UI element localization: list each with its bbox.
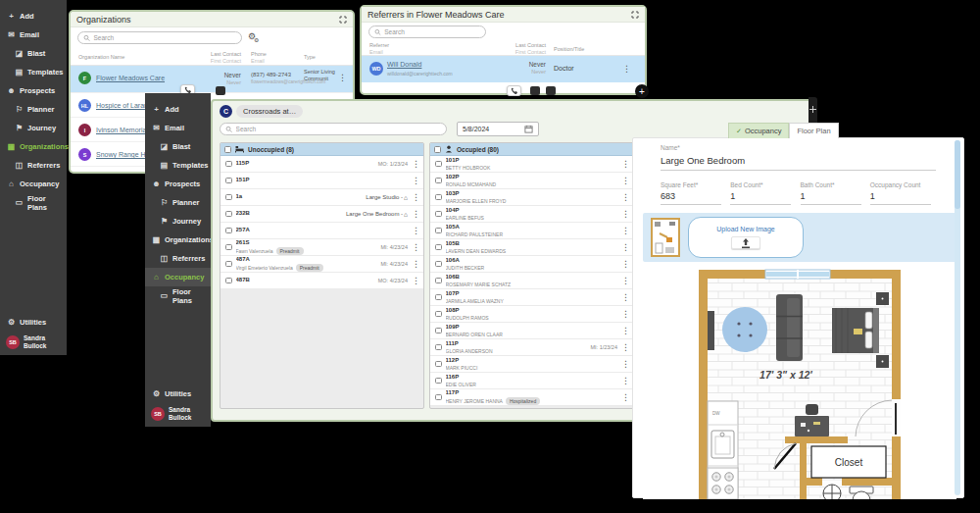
sidebar-item[interactable]: ⚐ Planner (145, 193, 211, 212)
kebab-icon[interactable]: ⋮ (412, 260, 420, 269)
sidebar-item[interactable]: + Add (0, 7, 67, 26)
community-selector-chip[interactable]: Crossroads at… (236, 105, 303, 118)
expand-icon[interactable] (339, 16, 347, 24)
floorplan-thumbnail[interactable] (651, 218, 680, 257)
row-checkbox[interactable] (435, 278, 442, 284)
row-checkbox[interactable] (225, 261, 232, 268)
unit-row[interactable]: 261S Fawn Valenzuela Preadmit MI: 4/23/2… (220, 239, 423, 256)
unit-row[interactable]: 232B Large One Bedroom -⌂ ⋮ (220, 206, 423, 223)
sidebar-item[interactable]: ▤ Templates (0, 63, 67, 81)
row-checkbox[interactable] (435, 211, 442, 218)
referrer-row[interactable]: WD Will Donald willdonald@carerighttech.… (362, 56, 645, 82)
note-action-button[interactable] (546, 86, 556, 95)
unit-row[interactable]: 257A ⌂ ⋮ (220, 223, 423, 239)
row-checkbox[interactable] (435, 194, 442, 201)
unit-row[interactable]: 111P GLORIA ANDERSON MI: 1/23/24 ⋮ (430, 339, 633, 356)
message-action-button[interactable] (530, 86, 540, 95)
row-checkbox[interactable] (435, 361, 442, 368)
sidebar-item[interactable]: ▦ Organizations (145, 231, 211, 249)
row-checkbox[interactable] (225, 228, 232, 234)
panel-scrollbar[interactable] (955, 140, 960, 495)
unit-row[interactable]: 487A Virgil Emeterio Valenzuela Preadmit… (220, 256, 423, 273)
row-checkbox[interactable] (435, 394, 442, 401)
kebab-icon[interactable]: ⋮ (621, 243, 630, 252)
message-action-button[interactable] (216, 86, 225, 95)
row-checkbox[interactable] (435, 261, 442, 268)
kebab-icon[interactable]: ⋮ (621, 377, 630, 385)
plan-field[interactable]: Occupancy Count 1 (870, 181, 940, 205)
row-checkbox[interactable] (435, 228, 442, 234)
sidebar-item[interactable]: ◫ Referrers (145, 249, 211, 268)
row-checkbox[interactable] (435, 244, 442, 251)
sidebar-item[interactable]: ✉ Email (145, 119, 211, 137)
kebab-icon[interactable]: ⋮ (621, 310, 630, 319)
unit-row[interactable]: 106A JUDITH BECKER ⋮ (430, 256, 633, 273)
kebab-icon[interactable]: ⋮ (621, 393, 630, 402)
plan-field[interactable]: Square Feet* 683 (661, 181, 730, 205)
kebab-icon[interactable]: ⋮ (621, 160, 630, 169)
date-field[interactable] (457, 122, 539, 136)
upload-new-image-button[interactable]: Upload New Image (688, 217, 804, 258)
sidebar-item[interactable]: ⚐ Planner (0, 100, 67, 119)
plan-field[interactable]: Bed Count* 1 (730, 181, 800, 205)
sidebar-item[interactable]: ▭ Floor Plans (145, 286, 211, 305)
unit-row[interactable]: 103P MARJORIE ELLEN FROYD ⋮ (430, 189, 633, 206)
tab[interactable]: ✓ Floor Plan (789, 123, 838, 138)
row-checkbox[interactable] (435, 344, 442, 351)
kebab-icon[interactable]: ⋮ (412, 243, 420, 252)
sidebar-item[interactable]: ✉ Email (0, 26, 67, 44)
kebab-icon[interactable]: ⋮ (412, 277, 420, 285)
kebab-icon[interactable]: ⋮ (622, 65, 631, 74)
sidebar-item[interactable]: ▦ Organizations (0, 137, 67, 156)
select-all-checkbox[interactable] (434, 146, 441, 153)
unit-row[interactable]: 108P RUDOLPH RAMOS ⋮ (430, 306, 633, 323)
row-checkbox[interactable] (225, 161, 232, 168)
search-box[interactable] (220, 123, 447, 135)
kebab-icon[interactable]: ⋮ (412, 160, 420, 169)
kebab-icon[interactable]: ⋮ (621, 360, 630, 369)
kebab-icon[interactable]: ⋮ (412, 193, 420, 202)
kebab-icon[interactable]: ⋮ (412, 227, 420, 235)
row-checkbox[interactable] (225, 211, 232, 218)
sidebar-item[interactable]: ◪ Blast (145, 137, 211, 156)
unit-row[interactable]: 1a Large Studio -⌂ ⋮ (220, 189, 423, 206)
row-checkbox[interactable] (435, 378, 442, 385)
scrollbar-thumb[interactable] (955, 140, 960, 209)
unit-row[interactable]: 116P EDIE OLIVER ⋮ (430, 373, 633, 389)
search-box[interactable] (77, 31, 242, 44)
sidebar-user[interactable]: SB Sandra Bullock (145, 403, 211, 424)
kebab-icon[interactable]: ⋮ (621, 177, 630, 185)
search-input[interactable] (384, 28, 480, 35)
unit-row[interactable]: 101P BETTY HOLBROOK ⋮ (430, 156, 633, 173)
sidebar-item[interactable]: ⌂ Occupancy (0, 175, 67, 193)
kebab-icon[interactable]: ⋮ (621, 260, 630, 269)
organization-link[interactable]: Flower Meadows Care (96, 75, 165, 81)
kebab-icon[interactable]: ⋮ (412, 177, 420, 185)
sidebar-user[interactable]: SB Sandra Bullock (0, 332, 67, 352)
unit-row[interactable]: 105A RICHARD PAULSTEINER ⋮ (430, 223, 633, 239)
sidebar-item-utilities[interactable]: ⚙ Utilities (145, 385, 211, 403)
row-checkbox[interactable] (435, 311, 442, 318)
row-checkbox[interactable] (225, 244, 232, 251)
plan-field[interactable]: Bath Count* 1 (801, 181, 870, 205)
add-referrer-button[interactable]: + (635, 84, 649, 98)
kebab-icon[interactable]: ⋮ (621, 343, 630, 352)
kebab-icon[interactable]: ⋮ (621, 277, 630, 285)
kebab-icon[interactable]: ⋮ (412, 210, 420, 219)
select-all-checkbox[interactable] (224, 146, 231, 153)
upload-icon-button[interactable] (731, 236, 760, 249)
unit-row[interactable]: 102P RONALD MCMAHAND ⋮ (430, 173, 633, 189)
row-checkbox[interactable] (435, 178, 442, 184)
unit-row[interactable]: 106B ROSEMARY MARIE SCHATZ ⋮ (430, 273, 633, 289)
row-checkbox[interactable] (225, 278, 232, 284)
kebab-icon[interactable]: ⋮ (338, 74, 347, 82)
sidebar-item[interactable]: ⚑ Journey (145, 212, 211, 231)
sidebar-item[interactable]: ▭ Floor Plans (0, 193, 67, 212)
sidebar-item[interactable]: ◪ Blast (0, 44, 67, 63)
kebab-icon[interactable]: ⋮ (621, 210, 630, 219)
unit-row[interactable]: 117P HENRY JEROME HANNA Hospitalized ⋮ (430, 389, 633, 406)
kebab-icon[interactable]: ⋮ (621, 227, 630, 235)
search-box[interactable] (368, 26, 486, 38)
sidebar-item[interactable]: ⌂ Occupancy (145, 268, 211, 286)
search-input[interactable] (93, 34, 236, 41)
